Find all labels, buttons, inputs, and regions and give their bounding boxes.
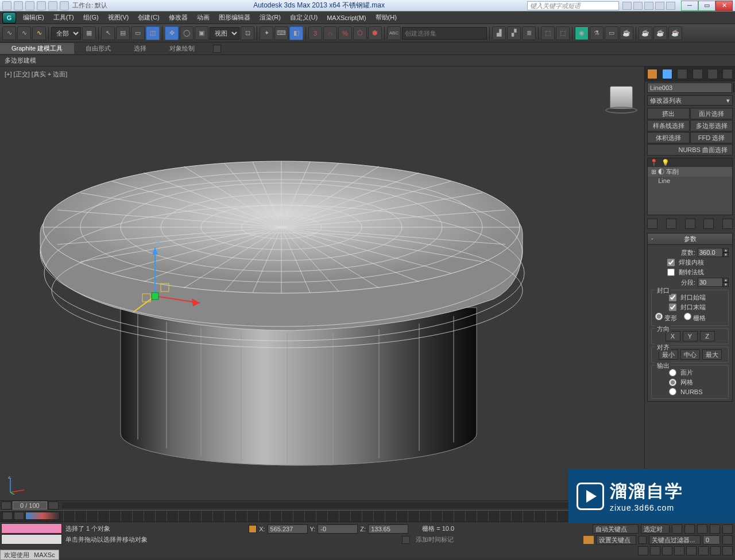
help-search-input[interactable]: 键入关键字或短语 <box>527 1 619 10</box>
coord-x-input[interactable]: 565.237 <box>268 524 308 534</box>
tab-display-icon[interactable] <box>707 69 718 79</box>
menu-graph[interactable]: 图形编辑器 <box>214 12 255 23</box>
menu-tools[interactable]: 工具(T) <box>49 12 79 23</box>
teapot2-icon[interactable]: ☕ <box>668 26 682 40</box>
favorites-icon[interactable] <box>655 2 664 10</box>
seg-down-icon[interactable]: ▼ <box>723 282 729 287</box>
viewcube[interactable] <box>604 84 639 118</box>
move-icon[interactable]: ✥ <box>165 26 179 40</box>
workspace-label[interactable]: 工作台: 默认 <box>72 1 107 10</box>
timeslider-prev-icon[interactable] <box>1 501 11 510</box>
link-icon[interactable]: ∿ <box>2 26 16 40</box>
qat-new-icon[interactable] <box>2 1 11 10</box>
deg-up-icon[interactable]: ▲ <box>723 248 729 252</box>
seg-up-icon[interactable]: ▲ <box>723 278 729 282</box>
stack-config-icon[interactable] <box>722 219 733 229</box>
morph-radio[interactable] <box>655 313 663 320</box>
qat-redo-icon[interactable] <box>48 1 57 10</box>
menu-group[interactable]: 组(G) <box>79 12 103 23</box>
trackbar-range-icon[interactable] <box>25 512 60 520</box>
qat-undo-icon[interactable] <box>37 1 46 10</box>
align-icon[interactable]: ▞ <box>507 26 521 40</box>
btn-extrude[interactable]: 挤出 <box>647 108 690 119</box>
maximize-button[interactable]: ▭ <box>698 1 715 11</box>
mirror-icon[interactable]: ▟ <box>492 26 506 40</box>
edit-named-icon[interactable]: ⬢ <box>368 26 382 40</box>
timeslider-next-icon[interactable] <box>48 501 59 510</box>
nav-maximize-icon[interactable] <box>710 546 721 555</box>
stack-item-lathe[interactable]: ⊞ ◐ 车削 <box>648 167 732 177</box>
add-time-tag[interactable]: 添加时间标记 <box>416 535 454 544</box>
nav-pan-icon[interactable] <box>638 546 648 555</box>
ribbon-min-icon[interactable] <box>213 45 221 53</box>
nav-zoomext-icon[interactable] <box>686 546 697 555</box>
render-frame-icon[interactable]: ▭ <box>605 26 618 40</box>
tab-motion-icon[interactable] <box>693 69 703 79</box>
stack-show-icon[interactable]: 💡 <box>662 159 670 166</box>
timeconfig-icon[interactable] <box>722 535 733 545</box>
play-icon[interactable] <box>697 524 707 534</box>
teapot1-icon[interactable]: ☕ <box>653 26 667 40</box>
select-name-icon[interactable]: ▤ <box>116 26 130 40</box>
btn-nurbs-select[interactable]: NURBS 曲面选择 <box>647 144 733 155</box>
key-filter-button[interactable]: 关键点过滤器... <box>649 535 701 545</box>
keyboard-icon[interactable]: ⌨ <box>274 26 288 40</box>
stack-remove-icon[interactable] <box>703 219 714 229</box>
play-prev-icon[interactable] <box>684 524 695 534</box>
cap-end-checkbox[interactable] <box>669 304 676 311</box>
menu-customize[interactable]: 自定义(U) <box>285 12 322 23</box>
menu-modifiers[interactable]: 修改器 <box>164 12 192 23</box>
curve-editor-icon[interactable]: ⬚ <box>541 26 555 40</box>
abc-icon[interactable]: ABC <box>387 26 401 40</box>
ribbon-panel-label[interactable]: 多边形建模 <box>0 55 735 67</box>
ribbon-tab-selection[interactable]: 选择 <box>122 43 158 54</box>
modifier-list-dropdown[interactable]: 修改器列表▾ <box>647 95 733 106</box>
tab-utilities-icon[interactable] <box>722 69 733 79</box>
selection-filter[interactable]: 全部 <box>51 27 81 40</box>
app-menu-icon[interactable]: G <box>2 12 16 24</box>
qat-save-icon[interactable] <box>25 1 34 10</box>
stack-item-line[interactable]: Line <box>648 177 732 185</box>
menu-edit[interactable]: 编辑(E) <box>18 12 49 23</box>
schematic-icon[interactable]: ⬚ <box>556 26 570 40</box>
segments-input[interactable] <box>698 278 723 287</box>
quick-render-icon[interactable]: ☕ <box>639 26 652 40</box>
qat-link-icon[interactable] <box>60 1 69 10</box>
flip-checkbox[interactable] <box>667 269 675 276</box>
timeslider-thumb[interactable]: 0 / 100 <box>13 501 47 510</box>
play-next-icon[interactable] <box>710 524 720 534</box>
manip-icon[interactable]: ✦ <box>260 26 273 40</box>
menu-animation[interactable]: 动画 <box>192 12 214 23</box>
grid-radio[interactable] <box>684 313 691 320</box>
axis-y-button[interactable]: Y <box>683 331 698 341</box>
material-editor-icon[interactable]: ◉ <box>575 26 589 40</box>
bind-icon[interactable]: ∿ <box>32 26 46 40</box>
trackbar-setkey-icon[interactable] <box>2 512 13 520</box>
tab-create-icon[interactable] <box>647 69 657 79</box>
percent-snap-icon[interactable]: % <box>338 26 352 40</box>
angle-snap-icon[interactable]: ∩ <box>323 26 337 40</box>
stack-lock-icon[interactable] <box>647 219 657 229</box>
setkey-icon[interactable] <box>583 536 594 544</box>
ribbon-tab-paint[interactable]: 对象绘制 <box>158 43 206 54</box>
deg-down-icon[interactable]: ▼ <box>723 252 729 257</box>
pivot-icon[interactable]: ⊡ <box>241 26 254 40</box>
welcome-tab[interactable]: 欢迎使用MAXSc <box>0 550 59 560</box>
btn-poly-select[interactable]: 多边形选择 <box>690 120 733 131</box>
btn-spline-select[interactable]: 样条线选择 <box>647 120 690 131</box>
render-icon[interactable]: ☕ <box>620 26 633 40</box>
select-region-icon[interactable]: ▭ <box>131 26 145 40</box>
stack-show-end-icon[interactable] <box>666 219 676 229</box>
select-icon[interactable]: ↖ <box>101 26 115 40</box>
object-name-input[interactable] <box>647 83 732 93</box>
window-crossing-icon[interactable]: ◫ <box>146 26 160 40</box>
close-button[interactable]: ✕ <box>715 1 733 11</box>
align-max-button[interactable]: 最大 <box>702 349 722 360</box>
output-nurbs-radio[interactable] <box>669 388 676 395</box>
menu-rendering[interactable]: 渲染(R) <box>255 12 285 23</box>
selected-set-label[interactable]: 选定对 <box>641 524 670 534</box>
nav-fov-icon[interactable] <box>674 546 684 555</box>
minimize-button[interactable]: ─ <box>681 1 698 11</box>
qat-open-icon[interactable] <box>14 1 23 10</box>
keyfilter-icon[interactable] <box>639 536 647 544</box>
